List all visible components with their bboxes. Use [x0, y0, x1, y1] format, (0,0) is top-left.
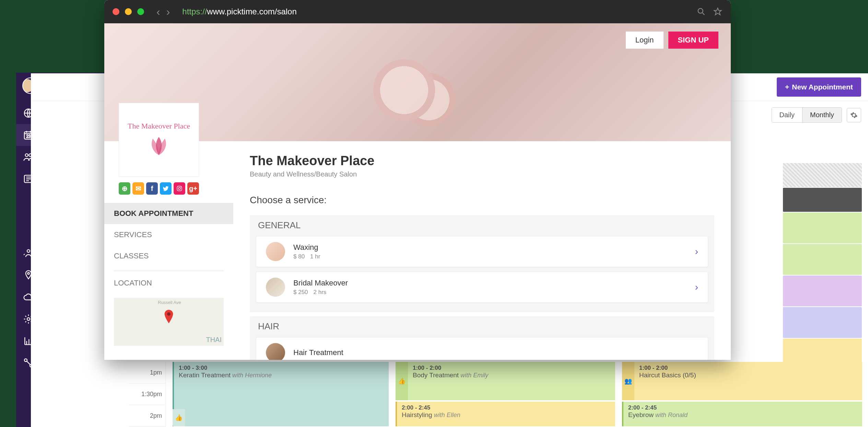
service-category-hair: HAIR: [258, 321, 708, 332]
service-meta: $ 2502 hrs: [293, 289, 695, 296]
browser-actions: [696, 7, 723, 16]
panel-services[interactable]: SERVICES: [104, 224, 233, 245]
googleplus-icon[interactable]: g+: [187, 182, 199, 195]
appt-time: 1:00 - 3:00: [179, 365, 384, 371]
calendar-block-dark: [783, 188, 862, 212]
calendar-block-green[interactable]: [783, 212, 862, 243]
calendar-settings-button[interactable]: [847, 108, 861, 122]
time-label: 2pm: [129, 405, 165, 427]
business-title: The Makeover Place: [250, 154, 714, 168]
browser-back-button[interactable]: ‹: [156, 5, 160, 18]
panel-classes[interactable]: CLASSES: [104, 245, 233, 267]
calendar-block-purple[interactable]: [783, 276, 862, 306]
appt-time: 1:00 - 2:00: [639, 365, 857, 371]
lotus-icon: [143, 134, 174, 158]
service-thumbnail: [266, 278, 285, 297]
strip-area: 1:00 - 3:00 Keratin Treatment with Hermi…: [166, 362, 868, 427]
view-monthly-button[interactable]: Monthly: [802, 108, 842, 122]
appt-with: with Ellen: [434, 412, 460, 418]
svg-point-8: [27, 318, 30, 320]
browser-forward-button[interactable]: ›: [166, 5, 170, 18]
svg-text:23: 23: [26, 134, 31, 139]
star-icon[interactable]: [713, 7, 723, 16]
browser-chrome: ‹ › https://www.picktime.com/salon: [104, 0, 731, 23]
right-panel: The Makeover Place Beauty and Wellness/B…: [233, 141, 731, 360]
email-icon[interactable]: ✉: [132, 182, 144, 195]
website-icon[interactable]: ⊕: [119, 182, 130, 195]
chevron-right-icon: ›: [695, 282, 698, 293]
service-thumbnail: [266, 343, 285, 360]
gear-icon: [850, 111, 858, 119]
service-duration: 2 hrs: [314, 289, 327, 296]
appt-title: Hairstyling: [402, 411, 432, 418]
appointment-keratin[interactable]: 1:00 - 3:00 Keratin Treatment with Hermi…: [173, 362, 389, 426]
appt-title: Eyebrow: [628, 411, 654, 418]
window-controls: [113, 8, 144, 15]
service-bridal[interactable]: Bridal Makeover $ 2502 hrs ›: [256, 272, 708, 303]
instagram-icon[interactable]: [174, 182, 185, 195]
new-appointment-button[interactable]: + New Appointment: [777, 77, 861, 97]
svg-point-13: [178, 187, 180, 190]
appointment-hairstyling[interactable]: 2:00 - 2:45 Hairstyling with Ellen: [396, 402, 615, 426]
people-icon: 👥: [622, 362, 634, 400]
signup-button[interactable]: SIGN UP: [668, 32, 718, 49]
service-meta: $ 801 hr: [293, 253, 695, 260]
appt-with: with Hermione: [232, 372, 272, 379]
calendar-block-disabled: [783, 163, 862, 187]
minimize-window-button[interactable]: [125, 8, 132, 15]
svg-point-11: [698, 9, 703, 13]
facebook-icon[interactable]: f: [146, 182, 158, 195]
plus-icon: +: [785, 83, 789, 91]
close-window-button[interactable]: [113, 8, 119, 15]
service-hair-treatment[interactable]: Hair Treatment: [256, 337, 708, 360]
divider: [114, 271, 224, 271]
map-poi-label: THAI: [206, 336, 222, 344]
time-column: 1pm 1:30pm 2pm: [129, 362, 166, 427]
appt-title: Body Treatment: [413, 371, 459, 379]
time-label: 1pm: [129, 362, 165, 383]
browser-window: ‹ › https://www.picktime.com/salon Login…: [104, 0, 731, 360]
appointment-eyebrow[interactable]: 2:00 - 2:45 Eyebrow with Ronald: [622, 402, 862, 426]
svg-point-3: [25, 154, 28, 157]
url-protocol: https://: [182, 7, 207, 16]
service-price: $ 80: [293, 253, 305, 260]
calendar-block-green2[interactable]: [783, 244, 862, 275]
calendar-view-segmented: Daily Monthly: [772, 107, 842, 123]
service-area-general: GENERAL Waxing $ 801 hr › Bridal Makeove…: [250, 215, 714, 312]
service-info: Bridal Makeover $ 2502 hrs: [293, 279, 695, 296]
view-daily-button[interactable]: Daily: [772, 108, 802, 122]
map-pin-icon: [164, 310, 174, 324]
search-icon[interactable]: [696, 7, 706, 16]
thumbs-up-icon: 👍: [396, 362, 408, 400]
calendar-day-strip: 1pm 1:30pm 2pm 1:00 - 3:00 Keratin Treat…: [129, 362, 868, 427]
service-thumbnail: [266, 242, 285, 261]
appt-time: 2:00 - 2:45: [628, 404, 857, 411]
service-name: Bridal Makeover: [293, 279, 695, 288]
login-button[interactable]: Login: [626, 32, 664, 49]
service-info: Waxing $ 801 hr: [293, 243, 695, 260]
location-map[interactable]: Russell Ave THAI: [114, 298, 224, 346]
url-bar[interactable]: https://www.picktime.com/salon: [182, 7, 691, 16]
service-section: GENERAL Waxing $ 801 hr › Bridal Makeove…: [250, 215, 714, 360]
url-host: www.picktime.com/salon: [207, 7, 296, 16]
appointment-haircut-basics[interactable]: 👥 1:00 - 2:00 Haircut Basics (0/5): [622, 362, 862, 400]
service-name: Hair Treatment: [293, 348, 698, 357]
calendar-block-lavender[interactable]: [783, 307, 862, 338]
panel-book-appointment[interactable]: BOOK APPOINTMENT: [104, 203, 233, 224]
panel-location[interactable]: LOCATION: [104, 272, 233, 294]
business-logo-text: The Makeover Place: [128, 122, 190, 131]
service-waxing[interactable]: Waxing $ 801 hr ›: [256, 236, 708, 267]
svg-point-7: [27, 272, 29, 274]
service-price: $ 250: [293, 289, 308, 296]
thumbs-up-icon: 👍: [173, 409, 185, 426]
service-name: Waxing: [293, 243, 695, 252]
social-icons: ⊕ ✉ f g+: [119, 182, 199, 195]
new-appointment-label: New Appointment: [792, 83, 853, 91]
maximize-window-button[interactable]: [137, 8, 144, 15]
twitter-icon[interactable]: [160, 182, 172, 195]
appt-time: 1:00 - 2:00: [413, 365, 610, 371]
service-info: Hair Treatment: [293, 348, 698, 357]
appt-with: with Ronald: [655, 412, 688, 418]
choose-service-heading: Choose a service:: [250, 195, 714, 206]
appointment-body-treatment[interactable]: 👍 1:00 - 2:00 Body Treatment with Emily: [396, 362, 615, 400]
